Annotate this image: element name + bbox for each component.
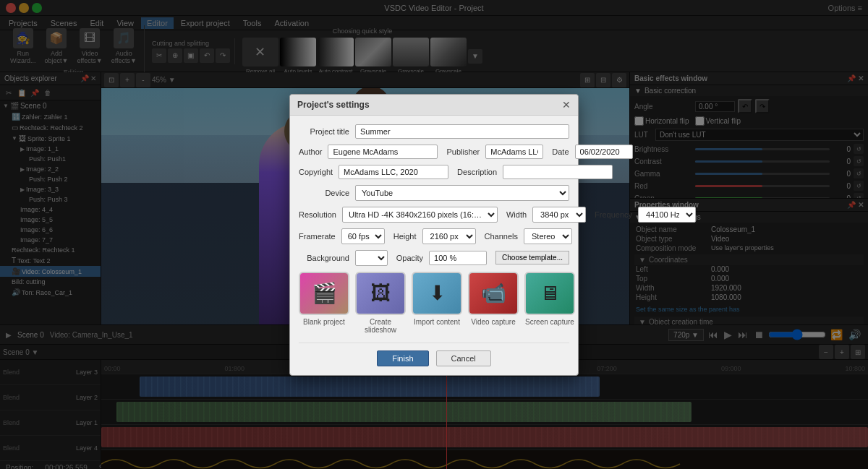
blank-project-icon: 🎬 bbox=[299, 272, 349, 315]
modal-resolution-select[interactable]: Ultra HD -4K 3840x2160 pixels (16:… bbox=[342, 207, 498, 223]
import-content-icon: ⬇ bbox=[412, 272, 462, 315]
import-content-item[interactable]: ⬇ Import content bbox=[412, 272, 462, 334]
modal-resolution-label: Resolution bbox=[299, 210, 336, 219]
screen-capture-label: Screen capture bbox=[525, 318, 574, 326]
video-capture-label: Video capture bbox=[471, 318, 516, 326]
modal-framerate-label: Framerate bbox=[299, 232, 336, 241]
video-capture-icon: 📹 bbox=[468, 272, 519, 315]
modal-frequency-label: Frequency bbox=[595, 210, 632, 219]
create-slideshow-icon: 🖼 bbox=[355, 272, 406, 315]
modal-publisher-label: Publisher bbox=[446, 147, 480, 156]
modal-device-label: Device bbox=[299, 189, 349, 197]
modal-project-title-input[interactable] bbox=[355, 124, 569, 139]
create-slideshow-label: Create slideshow bbox=[355, 318, 406, 334]
modal-description-label: Description bbox=[457, 168, 497, 176]
modal-body: Project title Author Publisher Date Copy… bbox=[290, 116, 578, 375]
modal-width-select[interactable]: 3840 px bbox=[532, 207, 586, 223]
import-content-label: Import content bbox=[414, 318, 460, 326]
screen-capture-icon: 🖥 bbox=[524, 272, 575, 315]
modal-copyright-input[interactable] bbox=[339, 165, 448, 179]
modal-opacity-input[interactable] bbox=[429, 251, 487, 265]
modal-date-label: Date bbox=[552, 147, 569, 156]
modal-copyright-label: Copyright bbox=[299, 168, 333, 176]
modal-device-row: Device YouTube bbox=[299, 185, 569, 201]
modal-dialog: Project's settings ✕ Project title Autho… bbox=[289, 94, 579, 376]
modal-copyright-row: Copyright Description bbox=[299, 165, 569, 179]
modal-description-input[interactable] bbox=[503, 165, 613, 179]
modal-height-label: Height bbox=[393, 232, 417, 241]
modal-date-input[interactable] bbox=[575, 145, 633, 159]
modal-author-label: Author bbox=[299, 147, 322, 156]
modal-author-row: Author Publisher Date bbox=[299, 145, 569, 159]
modal-icon-grid: 🎬 Blank project 🖼 Create slideshow ⬇ Imp… bbox=[299, 272, 569, 334]
modal-height-select[interactable]: 2160 px bbox=[422, 228, 476, 244]
screen-capture-item[interactable]: 🖥 Screen capture bbox=[524, 272, 575, 334]
blank-project-label: Blank project bbox=[303, 318, 345, 326]
finish-button[interactable]: Finish bbox=[377, 350, 428, 366]
modal-buttons: Finish Cancel bbox=[299, 343, 569, 366]
modal-opacity-label: Opacity bbox=[396, 254, 423, 262]
create-slideshow-item[interactable]: 🖼 Create slideshow bbox=[355, 272, 406, 334]
modal-frequency-select[interactable]: 44100 Hz bbox=[638, 207, 696, 223]
modal-project-title-row: Project title bbox=[299, 124, 569, 139]
modal-resolution-row: Resolution Ultra HD -4K 3840x2160 pixels… bbox=[299, 207, 569, 223]
modal-close-button[interactable]: ✕ bbox=[562, 99, 571, 111]
modal-project-title-label: Project title bbox=[299, 127, 349, 136]
modal-channels-label: Channels bbox=[485, 232, 518, 241]
modal-publisher-input[interactable] bbox=[485, 145, 543, 159]
modal-device-select[interactable]: YouTube bbox=[355, 185, 569, 201]
modal-channels-select[interactable]: Stereo bbox=[524, 228, 572, 244]
modal-title-bar: Project's settings ✕ bbox=[290, 95, 578, 116]
modal-title: Project's settings bbox=[297, 100, 370, 110]
modal-background-label: Background bbox=[299, 254, 349, 262]
modal-width-label: Width bbox=[506, 210, 527, 219]
modal-author-input[interactable] bbox=[328, 145, 438, 159]
modal-background-row: Background Opacity Choose template... bbox=[299, 250, 569, 266]
modal-background-select[interactable] bbox=[355, 250, 388, 266]
video-capture-item[interactable]: 📹 Video capture bbox=[468, 272, 519, 334]
cancel-button[interactable]: Cancel bbox=[436, 350, 491, 366]
modal-framerate-row: Framerate 60 fps Height 2160 px Channels… bbox=[299, 228, 569, 244]
modal-framerate-select[interactable]: 60 fps bbox=[341, 228, 385, 244]
blank-project-item[interactable]: 🎬 Blank project bbox=[299, 272, 349, 334]
modal-overlay: Project's settings ✕ Project title Autho… bbox=[0, 0, 868, 469]
choose-template-btn[interactable]: Choose template... bbox=[495, 251, 569, 264]
